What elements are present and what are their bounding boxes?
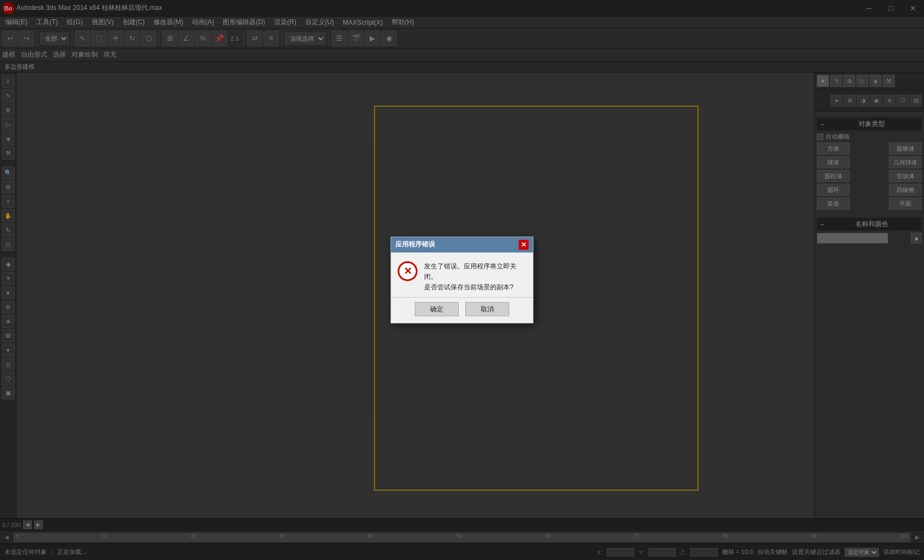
dialog-close-button[interactable]: ✕ bbox=[519, 240, 529, 250]
dialog-footer: 确定 取消 bbox=[391, 297, 533, 323]
dialog-title-bar: 应用程序错误 ✕ bbox=[391, 237, 533, 252]
dialog-message-line2: 是否尝试保存当前场景的副本? bbox=[424, 282, 526, 293]
dialog-message-line1: 发生了错误。应用程序将立即关闭。 bbox=[424, 261, 526, 282]
error-dialog: 应用程序错误 ✕ 发生了错误。应用程序将立即关闭。 是否尝试保存当前场景的副本?… bbox=[391, 237, 534, 324]
dialog-cancel-button[interactable]: 取消 bbox=[465, 302, 509, 316]
dialog-overlay: 应用程序错误 ✕ 发生了错误。应用程序将立即关闭。 是否尝试保存当前场景的副本?… bbox=[0, 0, 924, 560]
error-icon bbox=[398, 261, 417, 281]
dialog-ok-button[interactable]: 确定 bbox=[415, 302, 459, 316]
dialog-body: 发生了错误。应用程序将立即关闭。 是否尝试保存当前场景的副本? bbox=[391, 252, 533, 298]
dialog-title-text: 应用程序错误 bbox=[395, 240, 435, 249]
dialog-message: 发生了错误。应用程序将立即关闭。 是否尝试保存当前场景的副本? bbox=[424, 261, 526, 293]
